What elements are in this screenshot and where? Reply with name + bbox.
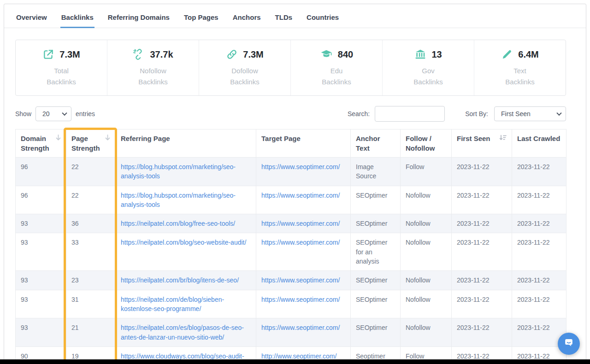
sort-arrow-down-icon xyxy=(56,135,61,141)
main-panel: Overview Backlinks Referring Domains Top… xyxy=(4,4,586,362)
stat-nofollow-backlinks: 37.7k NofollowBacklinks xyxy=(107,40,199,95)
cell-first-seen: 2023-11-22 xyxy=(452,271,512,290)
referring-page-link[interactable]: https://neilpatel.com/es/blog/pasos-de-s… xyxy=(121,324,244,341)
backlink-stats-box: 7.3M TotalBacklinks 37.7k xyxy=(15,40,566,96)
table-header-row: Domain Strength Page Strength Referring … xyxy=(16,129,566,158)
cell-anchor-text: SEOptimer xyxy=(351,271,401,290)
chat-bubble-icon xyxy=(563,337,574,350)
cell-referring-page: https://neilpatel.com/de/blog/sieben-kos… xyxy=(116,290,256,318)
table-row: 9323https://neilpatel.com/br/blog/itens-… xyxy=(16,271,566,290)
column-header-anchor-text[interactable]: Anchor Text xyxy=(351,129,401,158)
cell-anchor-text: SEOptimer xyxy=(351,290,401,318)
cell-last-crawled: 2023-11-22 xyxy=(512,158,566,186)
sort-desc-icon xyxy=(499,135,507,141)
cell-page-strength: 21 xyxy=(66,318,116,347)
stat-label: NofollowBacklinks xyxy=(107,65,199,87)
tab-countries[interactable]: Countries xyxy=(306,13,340,28)
stat-dofollow-backlinks: 7.3M DofollowBacklinks xyxy=(199,40,290,95)
cell-first-seen: 2023-11-22 xyxy=(452,233,512,271)
cell-page-strength: 31 xyxy=(66,290,116,318)
stat-value: 13 xyxy=(431,49,442,60)
stat-label: DofollowBacklinks xyxy=(199,65,290,87)
external-link-icon xyxy=(42,48,54,60)
column-header-page-strength[interactable]: Page Strength xyxy=(66,129,116,158)
backlinks-table: Domain Strength Page Strength Referring … xyxy=(15,129,566,362)
link-icon xyxy=(226,48,238,60)
referring-page-link[interactable]: https://neilpatel.com/blog/free-seo-tool… xyxy=(121,220,235,227)
target-page-link[interactable]: https://www.seoptimer.com/ xyxy=(261,324,340,331)
tab-anchors[interactable]: Anchors xyxy=(232,13,262,28)
cell-page-strength: 23 xyxy=(66,271,116,290)
cell-first-seen: 2023-11-22 xyxy=(452,290,512,318)
entries-select[interactable]: 20 xyxy=(35,106,71,121)
stat-label: GovBacklinks xyxy=(383,65,474,87)
tab-top-pages[interactable]: Top Pages xyxy=(183,13,219,28)
target-page-link[interactable]: https://www.seoptimer.com/ xyxy=(261,163,340,170)
bank-icon xyxy=(414,48,426,60)
cell-first-seen: 2023-11-22 xyxy=(452,318,512,347)
cell-referring-page: https://neilpatel.com/es/blog/pasos-de-s… xyxy=(116,318,256,347)
cell-domain-strength: 93 xyxy=(16,233,66,271)
referring-page-link[interactable]: https://neilpatel.com/de/blog/sieben-kos… xyxy=(121,296,224,312)
cell-referring-page: https://neilpatel.com/br/blog/itens-de-s… xyxy=(116,271,256,290)
stat-label: TextBacklinks xyxy=(474,65,566,87)
cell-referring-page: https://blog.hubspot.com/marketing/seo-a… xyxy=(116,186,256,214)
cell-page-strength: 33 xyxy=(66,233,116,271)
referring-page-link[interactable]: https://neilpatel.com/br/blog/itens-de-s… xyxy=(121,276,239,284)
cell-domain-strength: 93 xyxy=(16,290,66,318)
column-header-referring-page[interactable]: Referring Page xyxy=(116,129,256,158)
column-header-domain-strength[interactable]: Domain Strength xyxy=(16,129,66,158)
column-header-target-page[interactable]: Target Page xyxy=(256,129,351,158)
cell-domain-strength: 93 xyxy=(16,271,66,290)
cell-referring-page: https://blog.hubspot.com/marketing/seo-a… xyxy=(116,158,256,186)
table-row: 9336https://neilpatel.com/blog/free-seo-… xyxy=(16,214,566,233)
sort-by-select[interactable]: First Seen xyxy=(494,106,566,121)
search-label: Search: xyxy=(348,110,370,117)
cell-target-page: https://www.seoptimer.com/ xyxy=(256,271,351,290)
target-page-link[interactable]: https://www.seoptimer.com/ xyxy=(261,276,340,284)
referring-page-link[interactable]: https://blog.hubspot.com/marketing/seo-a… xyxy=(121,192,236,208)
target-page-link[interactable]: https://www.seoptimer.com/ xyxy=(261,239,340,246)
table-row: 9321https://neilpatel.com/es/blog/pasos-… xyxy=(16,318,566,347)
stat-value: 7.3M xyxy=(243,49,263,60)
cell-anchor-text: SEOptimer for an analysis xyxy=(351,233,401,271)
cell-last-crawled: 2023-11-22 xyxy=(512,214,566,233)
tab-backlinks[interactable]: Backlinks xyxy=(60,13,94,28)
chat-launcher-button[interactable] xyxy=(558,333,580,355)
cell-target-page: https://www.seoptimer.com/ xyxy=(256,158,351,186)
cell-page-strength: 36 xyxy=(66,214,116,233)
target-page-link[interactable]: https://www.seoptimer.com/ xyxy=(261,296,340,303)
referring-page-link[interactable]: https://neilpatel.com/blog/seo-website-a… xyxy=(121,239,246,246)
cell-target-page: https://www.seoptimer.com/ xyxy=(256,318,351,347)
stat-total-backlinks: 7.3M TotalBacklinks xyxy=(16,40,107,95)
tab-referring-domains[interactable]: Referring Domains xyxy=(107,13,171,28)
target-page-link[interactable]: http://www.seoptimer.com/ xyxy=(261,352,336,360)
cell-referring-page: https://neilpatel.com/blog/seo-website-a… xyxy=(116,233,256,271)
cell-follow-nofollow: Nofollow xyxy=(401,186,452,214)
cell-last-crawled: 2023-11-22 xyxy=(512,271,566,290)
column-header-follow-nofollow[interactable]: Follow / Nofollow xyxy=(401,129,452,158)
referring-page-link[interactable]: https://blog.hubspot.com/marketing/seo-a… xyxy=(121,163,236,180)
pencil-icon xyxy=(501,48,513,60)
target-page-link[interactable]: https://www.seoptimer.com/ xyxy=(261,192,340,199)
cell-first-seen: 2023-11-22 xyxy=(452,158,512,186)
cell-anchor-text: SEOptimer xyxy=(351,186,401,214)
cell-anchor-text: Image Source xyxy=(351,158,401,186)
table-row: 9331https://neilpatel.com/de/blog/sieben… xyxy=(16,290,566,318)
cell-follow-nofollow: Nofollow xyxy=(401,233,452,271)
table-row: 9333https://neilpatel.com/blog/seo-websi… xyxy=(16,233,566,271)
tab-tlds[interactable]: TLDs xyxy=(274,13,294,28)
tab-overview[interactable]: Overview xyxy=(15,13,48,28)
column-header-last-crawled[interactable]: Last Crawled xyxy=(512,129,566,158)
column-header-first-seen[interactable]: First Seen xyxy=(452,129,512,158)
cell-last-crawled: 2023-11-22 xyxy=(512,233,566,271)
entries-label: entries xyxy=(76,110,95,117)
cell-first-seen: 2023-11-22 xyxy=(452,186,512,214)
search-input[interactable] xyxy=(375,106,445,122)
stat-value: 7.3M xyxy=(59,49,80,60)
cell-follow-nofollow: Nofollow xyxy=(401,271,452,290)
tab-bar: Overview Backlinks Referring Domains Top… xyxy=(4,4,586,28)
target-page-link[interactable]: https://www.seoptimer.com/ xyxy=(261,220,340,227)
table-controls: Show 20 entries Search: Sort By: First S… xyxy=(15,106,566,122)
cell-follow-nofollow: Follow xyxy=(401,158,452,186)
